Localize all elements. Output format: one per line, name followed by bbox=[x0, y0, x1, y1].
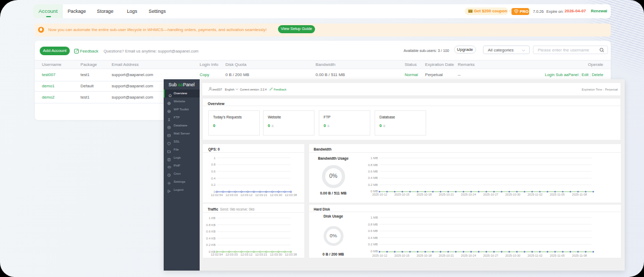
svg-text:2025-10-12: 2025-10-12 bbox=[372, 193, 387, 196]
svg-text:0.4 MB: 0.4 MB bbox=[368, 176, 377, 179]
svg-text:0.2 MB: 0.2 MB bbox=[368, 183, 377, 186]
svg-text:2025-10-15: 2025-10-15 bbox=[394, 254, 409, 257]
svg-text:12:03:12: 12:03:12 bbox=[240, 193, 253, 197]
svg-text:12:03:38: 12:03:38 bbox=[285, 193, 297, 197]
svg-text:2025-11-02: 2025-11-02 bbox=[528, 193, 543, 196]
svg-text:2025-10-21: 2025-10-21 bbox=[438, 193, 453, 196]
svg-text:12:03:12: 12:03:12 bbox=[240, 253, 253, 256]
svg-text:12:03:30: 12:03:30 bbox=[270, 253, 282, 256]
svg-text:2025-10-18: 2025-10-18 bbox=[416, 193, 431, 196]
svg-text:2025-10-15: 2025-10-15 bbox=[394, 193, 409, 196]
svg-text:0 MB: 0 MB bbox=[370, 250, 378, 253]
svg-text:2025-10-12: 2025-10-12 bbox=[372, 254, 387, 257]
svg-text:12:02:54: 12:02:54 bbox=[211, 253, 223, 256]
svg-text:0.4 KB: 0.4 KB bbox=[206, 237, 216, 240]
svg-text:0.8 MB: 0.8 MB bbox=[368, 223, 377, 226]
svg-text:12:03:38: 12:03:38 bbox=[285, 253, 297, 256]
svg-text:1: 1 bbox=[214, 156, 215, 160]
svg-text:2025-11-02: 2025-11-02 bbox=[528, 254, 543, 257]
svg-text:12:03:30: 12:03:30 bbox=[270, 193, 282, 197]
svg-text:0.6 MB: 0.6 MB bbox=[368, 229, 377, 233]
svg-text:12:03:21: 12:03:21 bbox=[255, 193, 268, 197]
svg-text:0.6 MB: 0.6 MB bbox=[368, 170, 377, 173]
svg-text:0.6 KB: 0.6 KB bbox=[206, 230, 216, 233]
svg-text:2025-11-08: 2025-11-08 bbox=[572, 254, 587, 257]
svg-text:2025-10-24: 2025-10-24 bbox=[460, 193, 475, 196]
svg-text:12:03:03: 12:03:03 bbox=[225, 193, 238, 197]
svg-text:12:02:54: 12:02:54 bbox=[211, 193, 223, 197]
svg-text:0.6: 0.6 bbox=[211, 170, 215, 173]
svg-text:0.8 MB: 0.8 MB bbox=[368, 163, 377, 167]
svg-text:12:03:21: 12:03:21 bbox=[255, 253, 268, 256]
svg-text:2025-10-27: 2025-10-27 bbox=[483, 254, 498, 257]
svg-text:2025-10-21: 2025-10-21 bbox=[438, 254, 453, 257]
svg-text:1 KB: 1 KB bbox=[209, 216, 216, 220]
svg-text:0.4: 0.4 bbox=[211, 177, 216, 180]
svg-text:2025-10-30: 2025-10-30 bbox=[505, 193, 520, 196]
svg-text:2025-10-18: 2025-10-18 bbox=[416, 254, 431, 257]
svg-text:12:03:03: 12:03:03 bbox=[225, 253, 238, 256]
svg-text:2025-10-30: 2025-10-30 bbox=[505, 254, 520, 257]
svg-text:2025-11-05: 2025-11-05 bbox=[550, 254, 565, 257]
svg-text:2025-10-27: 2025-10-27 bbox=[483, 193, 498, 196]
svg-text:0.2: 0.2 bbox=[211, 183, 215, 186]
svg-text:2025-11-08: 2025-11-08 bbox=[572, 193, 587, 196]
svg-text:0.2 MB: 0.2 MB bbox=[368, 243, 377, 246]
svg-text:1 MB: 1 MB bbox=[370, 216, 378, 219]
svg-text:0.2 KB: 0.2 KB bbox=[206, 243, 216, 246]
svg-text:0.8 KB: 0.8 KB bbox=[206, 223, 216, 227]
svg-text:0.4 MB: 0.4 MB bbox=[368, 236, 377, 239]
svg-text:1 MB: 1 MB bbox=[370, 156, 378, 160]
svg-text:2025-10-24: 2025-10-24 bbox=[460, 254, 475, 257]
svg-text:0.8: 0.8 bbox=[211, 163, 215, 166]
svg-text:2025-11-05: 2025-11-05 bbox=[550, 193, 565, 196]
